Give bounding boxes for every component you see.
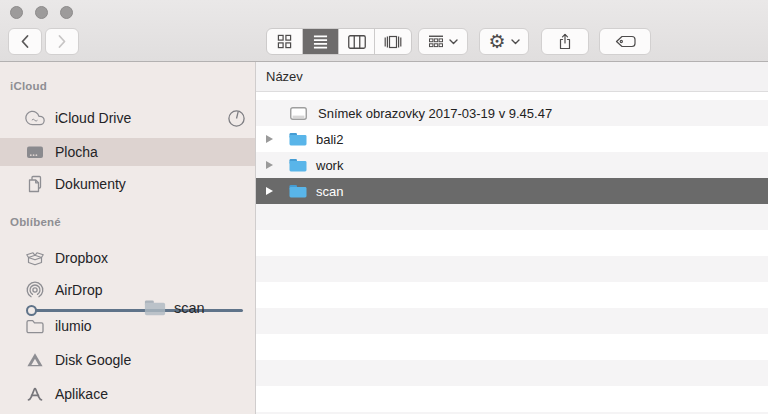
arrange-by-button[interactable] bbox=[418, 28, 468, 55]
file-row-screenshot[interactable]: Snímek obrazovky 2017-03-19 v 9.45.47 bbox=[256, 100, 768, 126]
folder-row-bali2[interactable]: bali2 bbox=[256, 126, 768, 152]
sidebar-item-ilumio[interactable]: ilumio bbox=[0, 312, 255, 340]
cover-flow-view-icon bbox=[383, 35, 403, 49]
empty-row-stripes bbox=[256, 204, 768, 414]
disclosure-triangle-icon[interactable] bbox=[262, 187, 276, 195]
sidebar-item-label: Aplikace bbox=[55, 386, 108, 402]
tag-button[interactable] bbox=[599, 28, 651, 55]
minimize-window-button[interactable] bbox=[35, 6, 48, 19]
chevron-left-icon bbox=[20, 34, 30, 49]
list-top-gap bbox=[256, 92, 768, 100]
sidebar-item-aplikace[interactable]: Aplikace bbox=[0, 380, 255, 408]
icon-view-button[interactable] bbox=[267, 29, 303, 54]
column-view-icon bbox=[348, 35, 366, 49]
sidebar-item-label: AirDrop bbox=[55, 282, 102, 298]
view-mode-segmented-control bbox=[266, 28, 412, 55]
chevron-right-icon bbox=[57, 34, 67, 49]
disclosure-triangle-icon[interactable] bbox=[262, 161, 276, 169]
airdrop-radar-icon bbox=[24, 280, 46, 300]
folder-row-work[interactable]: work bbox=[256, 152, 768, 178]
folder-icon bbox=[288, 131, 308, 147]
folder-icon bbox=[24, 316, 46, 336]
desktop-icon bbox=[24, 142, 46, 162]
sidebar-item-label: iCloud Drive bbox=[55, 110, 131, 126]
documents-icon bbox=[24, 174, 46, 194]
column-header-name[interactable]: Název bbox=[256, 62, 768, 92]
sidebar-item-dropbox[interactable]: Dropbox bbox=[0, 244, 255, 272]
sidebar-item-airdrop[interactable]: AirDrop bbox=[0, 276, 255, 304]
sidebar-item-label: Plocha bbox=[55, 144, 98, 160]
sidebar-item-disk-google[interactable]: Disk Google bbox=[0, 346, 255, 374]
file-name: bali2 bbox=[316, 132, 343, 147]
list-view-icon bbox=[313, 34, 328, 49]
action-menu-button[interactable]: ⚙ bbox=[479, 28, 529, 55]
tag-icon bbox=[615, 35, 636, 48]
icon-view-icon bbox=[277, 34, 292, 49]
cover-flow-view-button[interactable] bbox=[375, 29, 411, 54]
sidebar-item-label: Dokumenty bbox=[55, 176, 126, 192]
sidebar-item-dokumenty[interactable]: Dokumenty bbox=[0, 170, 255, 198]
sync-progress-icon bbox=[227, 109, 246, 128]
sidebar-item-plocha[interactable]: Plocha bbox=[0, 138, 255, 166]
file-name: work bbox=[316, 158, 343, 173]
arrange-by-icon bbox=[428, 35, 444, 48]
forward-button[interactable] bbox=[45, 28, 79, 55]
sidebar-section-oblibene: Oblíbené bbox=[10, 216, 61, 228]
list-view-button[interactable] bbox=[303, 29, 339, 54]
gear-icon: ⚙ bbox=[488, 32, 505, 51]
folder-icon bbox=[288, 157, 308, 173]
chevron-down-icon bbox=[511, 39, 520, 45]
google-drive-icon bbox=[24, 350, 46, 370]
file-list: Snímek obrazovky 2017-03-19 v 9.45.47 ba… bbox=[256, 92, 768, 414]
dropbox-box-icon bbox=[24, 248, 46, 268]
sidebar-item-label: Dropbox bbox=[55, 250, 108, 266]
share-button[interactable] bbox=[541, 28, 589, 55]
sidebar-item-label: Disk Google bbox=[55, 352, 131, 368]
disclosure-triangle-icon[interactable] bbox=[262, 135, 276, 143]
file-name: Snímek obrazovky 2017-03-19 v 9.45.47 bbox=[318, 106, 552, 121]
column-header-label: Název bbox=[266, 69, 303, 84]
folder-icon bbox=[288, 183, 308, 199]
sidebar-section-icloud: iCloud bbox=[10, 80, 47, 92]
sidebar: iCloud iCloud Drive bbox=[0, 62, 256, 414]
sidebar-item-icloud-drive[interactable]: iCloud Drive bbox=[0, 104, 255, 132]
file-list-pane: Název Snímek obrazovky 2017-03-19 v 9.45… bbox=[256, 62, 768, 414]
folder-row-scan[interactable]: scan bbox=[256, 178, 768, 204]
app-store-icon bbox=[24, 384, 46, 404]
finder-window: ⚙ iCloud bbox=[0, 0, 768, 414]
close-window-button[interactable] bbox=[10, 6, 23, 19]
sidebar-item-label: ilumio bbox=[55, 318, 92, 334]
back-button[interactable] bbox=[8, 28, 42, 55]
screenshot-file-icon bbox=[290, 105, 310, 121]
icloud-cloud-icon bbox=[24, 108, 46, 128]
column-view-button[interactable] bbox=[339, 29, 375, 54]
share-icon bbox=[558, 33, 572, 50]
toolbar: ⚙ bbox=[0, 0, 768, 62]
file-name: scan bbox=[316, 184, 343, 199]
zoom-window-button[interactable] bbox=[60, 6, 73, 19]
chevron-down-icon bbox=[449, 39, 458, 45]
